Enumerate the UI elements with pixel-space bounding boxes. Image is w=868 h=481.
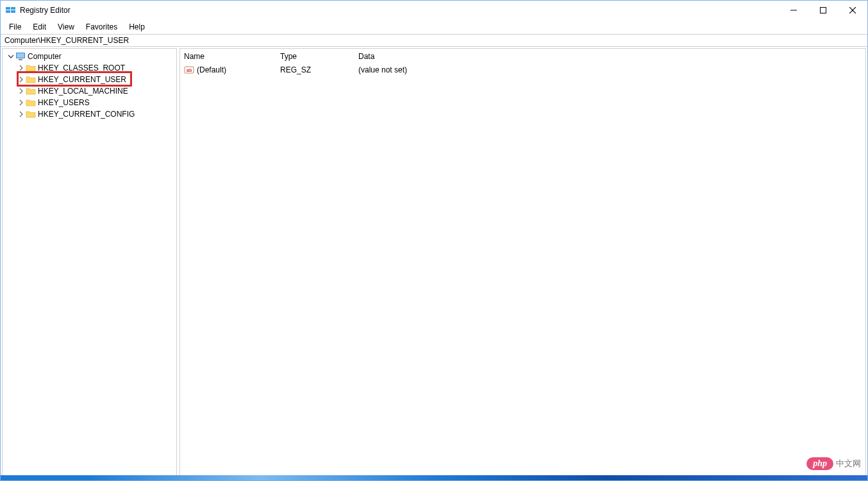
computer-icon [15, 52, 26, 61]
watermark-text: 中文网 [836, 458, 861, 469]
window-title: Registry Editor [20, 6, 71, 15]
taskbar-strip [1, 475, 867, 480]
list-row[interactable]: ab (Default) REG_SZ (value not set) [180, 64, 865, 76]
tree-node-hkcr[interactable]: HKEY_CLASSES_ROOT [3, 62, 176, 74]
tree-node-computer[interactable]: Computer [3, 51, 176, 62]
folder-icon [26, 75, 37, 84]
column-header-type[interactable]: Type [276, 49, 355, 64]
string-value-icon: ab [184, 65, 194, 75]
svg-rect-11 [19, 59, 22, 60]
expander-icon[interactable] [17, 110, 26, 119]
minimize-button[interactable] [779, 1, 808, 20]
menu-edit[interactable]: Edit [27, 21, 52, 33]
folder-icon [26, 87, 37, 96]
menubar: File Edit View Favorites Help [1, 20, 867, 34]
tree-node-hkcc[interactable]: HKEY_CURRENT_CONFIG [3, 108, 176, 120]
value-name: (Default) [197, 65, 226, 74]
menu-view[interactable]: View [52, 21, 80, 33]
address-input[interactable] [4, 36, 864, 45]
svg-text:ab: ab [187, 68, 192, 72]
body-panes: Computer HKEY_CLASSES_ROOT HKEY_CURREN [1, 47, 867, 480]
folder-icon [26, 98, 37, 107]
titlebar: Registry Editor [1, 1, 867, 20]
tree-node-hku[interactable]: HKEY_USERS [3, 97, 176, 108]
value-data: (value not set) [355, 65, 534, 74]
menu-help[interactable]: Help [123, 21, 151, 33]
folder-icon [26, 110, 37, 119]
expander-icon[interactable] [17, 87, 26, 96]
values-list-pane[interactable]: Name Type Data ab (Default) REG_SZ (valu… [179, 48, 866, 479]
svg-rect-3 [11, 10, 15, 13]
tree-label: HKEY_USERS [38, 98, 90, 107]
tree-label: HKEY_LOCAL_MACHINE [38, 87, 128, 96]
registry-editor-window: Registry Editor File Edit View Favorites… [0, 0, 868, 481]
tree-pane[interactable]: Computer HKEY_CLASSES_ROOT HKEY_CURREN [2, 48, 177, 479]
expander-icon[interactable] [17, 98, 26, 107]
tree-label: HKEY_CURRENT_USER [38, 75, 126, 84]
svg-rect-0 [6, 7, 10, 10]
list-header: Name Type Data [180, 49, 865, 64]
tree-node-hklm[interactable]: HKEY_LOCAL_MACHINE [3, 85, 176, 97]
value-type: REG_SZ [276, 65, 355, 74]
maximize-button[interactable] [808, 1, 838, 20]
address-bar [1, 34, 867, 47]
tree-node-hkcu[interactable]: HKEY_CURRENT_USER [3, 74, 176, 85]
column-header-data[interactable]: Data [355, 49, 534, 64]
tree-label: HKEY_CLASSES_ROOT [38, 63, 125, 72]
close-button[interactable] [838, 1, 867, 20]
tree-label: Computer [28, 52, 62, 61]
svg-rect-10 [17, 53, 24, 58]
svg-rect-6 [821, 8, 826, 13]
menu-favorites[interactable]: Favorites [80, 21, 123, 33]
tree-label: HKEY_CURRENT_CONFIG [38, 110, 135, 119]
svg-rect-2 [6, 10, 10, 13]
folder-icon [26, 63, 37, 72]
regedit-app-icon [6, 5, 16, 15]
menu-file[interactable]: File [3, 21, 27, 33]
expander-icon[interactable] [6, 52, 15, 61]
svg-point-4 [13, 7, 14, 8]
column-header-name[interactable]: Name [180, 49, 276, 64]
window-controls [779, 1, 867, 20]
watermark-pill: php [806, 457, 833, 470]
watermark: php 中文网 [806, 457, 861, 470]
expander-icon[interactable] [17, 75, 26, 84]
expander-icon[interactable] [17, 63, 26, 72]
